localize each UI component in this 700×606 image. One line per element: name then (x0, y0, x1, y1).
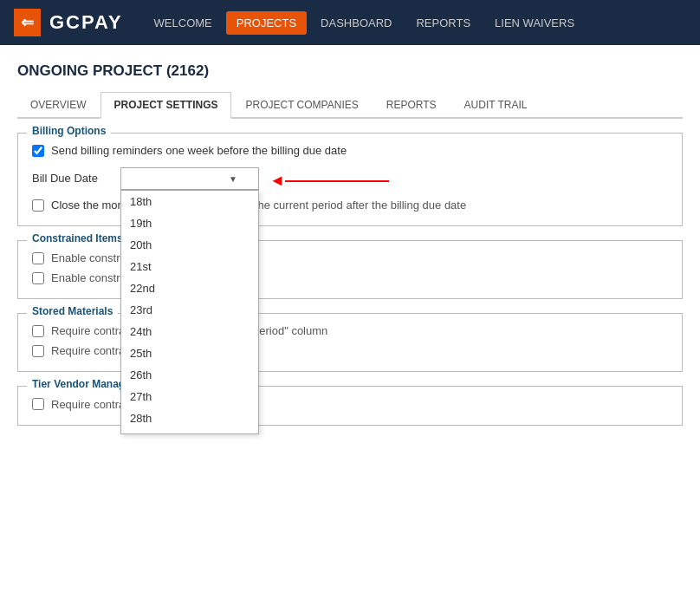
dropdown-list-inner: 18th 19th 20th 21st 22nd 23rd 24th 25th … (121, 191, 258, 433)
bill-due-date-select[interactable]: ▼ (120, 167, 259, 190)
stored-item1-checkbox[interactable] (32, 325, 44, 337)
close-month-checkbox[interactable] (32, 199, 44, 212)
dropdown-item-21st[interactable]: 21st (121, 256, 258, 277)
billing-options-section: Billing Options Send billing reminders o… (17, 133, 683, 226)
tab-overview[interactable]: OVERVIEW (17, 92, 99, 119)
select-chevron-icon: ▼ (229, 174, 237, 184)
send-reminder-row: Send billing reminders one week before t… (32, 144, 668, 157)
bill-due-date-dropdown[interactable]: 18th 19th 20th 21st 22nd 23rd 24th 25th … (120, 190, 259, 434)
tabs-bar: OVERVIEW PROJECT SETTINGS PROJECT COMPAN… (17, 90, 683, 119)
dropdown-item-last[interactable]: Last day of the month (121, 429, 258, 433)
page-title: ONGOING PROJECT (2162) (17, 54, 683, 90)
stored-materials-legend: Stored Materials (27, 305, 118, 317)
logo: ⇐ GCPAY (14, 9, 123, 36)
constrained-item2-checkbox[interactable] (32, 272, 44, 284)
logo-box: ⇐ (14, 9, 41, 36)
dropdown-item-22nd[interactable]: 22nd (121, 277, 258, 299)
constrained-items-legend: Constrained Items (27, 232, 128, 244)
page-content: ONGOING PROJECT (2162) OVERVIEW PROJECT … (0, 45, 700, 448)
dropdown-item-20th[interactable]: 20th (121, 234, 258, 256)
logo-text: GCPAY (49, 11, 123, 34)
tab-reports[interactable]: REPORTS (373, 92, 450, 119)
dropdown-item-23rd[interactable]: 23rd (121, 299, 258, 321)
constrained-items-section: Constrained Items Enable constraine Enab… (17, 240, 683, 299)
nav-lien-waivers[interactable]: LIEN WAIVERS (484, 11, 585, 35)
constrained-item1-checkbox[interactable] (32, 252, 44, 264)
tier-vendor-item1-checkbox[interactable] (32, 398, 44, 410)
billing-options-legend: Billing Options (27, 125, 111, 137)
header: ⇐ GCPAY WELCOME PROJECTS DASHBOARD REPOR… (0, 0, 700, 45)
dropdown-item-26th[interactable]: 26th (121, 364, 258, 386)
tier-vendor-section: Tier Vendor Managem Require contracto su… (17, 386, 683, 426)
dropdown-item-28th[interactable]: 28th (121, 407, 258, 429)
logo-arrow-icon: ⇐ (21, 13, 34, 32)
dropdown-item-24th[interactable]: 24th (121, 321, 258, 342)
send-reminder-checkbox[interactable] (32, 145, 44, 157)
tab-project-settings[interactable]: PROJECT SETTINGS (100, 92, 230, 119)
stored-materials-section: Stored Materials Require contracto al am… (17, 313, 683, 372)
red-left-arrow-icon: ◄ (269, 172, 285, 190)
main-nav: WELCOME PROJECTS DASHBOARD REPORTS LIEN … (144, 11, 585, 35)
nav-reports[interactable]: REPORTS (405, 11, 481, 35)
nav-projects[interactable]: PROJECTS (226, 11, 307, 35)
tab-audit-trail[interactable]: AUDIT TRAIL (451, 92, 541, 119)
red-annotation-line (285, 180, 389, 182)
dropdown-item-18th[interactable]: 18th (121, 191, 258, 212)
dropdown-item-27th[interactable]: 27th (121, 386, 258, 407)
nav-dashboard[interactable]: DASHBOARD (310, 11, 402, 35)
nav-welcome[interactable]: WELCOME (144, 11, 223, 35)
send-reminder-label: Send billing reminders one week before t… (51, 144, 347, 157)
dropdown-item-25th[interactable]: 25th (121, 342, 258, 364)
dropdown-item-19th[interactable]: 19th (121, 212, 258, 234)
bill-due-date-row: Bill Due Date ▼ 18th 19th 20th 21st 22nd… (32, 167, 668, 190)
tab-project-companies[interactable]: PROJECT COMPANIES (233, 92, 372, 119)
bill-due-date-label: Bill Due Date (32, 167, 110, 185)
stored-item2-checkbox[interactable] (32, 345, 44, 357)
annotation-arrow: ◄ (269, 167, 389, 190)
bill-due-date-select-wrapper[interactable]: ▼ 18th 19th 20th 21st 22nd 23rd 24th 25t… (120, 167, 259, 190)
